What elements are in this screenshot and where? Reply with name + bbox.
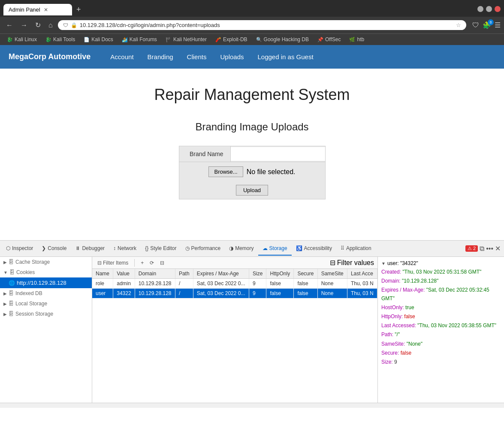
col-value: Value [113,269,135,279]
cookies-table: Name Value Domain Path Expires / Max-Age… [92,269,377,298]
detail-field: Domain: "10.129.28.128" [381,277,501,285]
sidebar-section-indexed-db[interactable]: ▶ 🗄 Indexed DB [0,288,92,298]
bookmark-exploit-db[interactable]: 🧨Exploit-DB [212,36,251,43]
tab-performance[interactable]: ◷ Performance [181,242,225,256]
upload-button[interactable]: Upload [236,185,268,196]
new-tab-button[interactable]: + [72,3,85,17]
tab-memory[interactable]: ◑ Memory [225,242,258,256]
page-title: Repair Management System [9,86,495,104]
browse-button[interactable]: Browse... [208,166,243,177]
bookmark-star-icon[interactable]: ☆ [456,22,461,28]
cache-storage-chevron: ▶ [3,260,7,265]
minimize-button[interactable] [477,6,483,12]
tab-style-editor[interactable]: {} Style Editor [141,242,181,256]
dt-detail: ▼ user: "34322" Created: "Thu, 03 Nov 20… [377,257,504,403]
nav-bar: ← → ↻ ⌂ 🛡 🔒 10.129.28.128/cdn-cgi/login/… [0,17,504,33]
network-icon: ↕ [113,245,116,251]
bookmark-kali-nethunter[interactable]: 🏴Kali NetHunter [162,36,210,43]
memory-icon: ◑ [229,245,233,251]
tab-storage[interactable]: ☁ Storage [258,242,292,256]
table-row[interactable]: roleadmin10.129.28.128/Sat, 03 Dec 2022 … [92,279,377,289]
tab-close-button[interactable]: ✕ [44,7,48,13]
main-content: Repair Management System Branding Image … [0,69,504,240]
tab-inspector[interactable]: ⬡ Inspector [2,242,37,256]
cookies-icon: 🗄 [9,269,15,275]
delete-button[interactable]: ⊟ [158,259,166,267]
upload-form: Brand Name Browse... No file selected. U… [179,146,326,199]
devtools-close-button[interactable]: ✕ [495,244,501,253]
detail-field: Last Accessed: "Thu, 03 Nov 2022 05:38:5… [381,322,501,330]
sidebar-item-http-host[interactable]: 🌐 http://10.129.28.128 [0,277,92,288]
col-name: Name [92,269,113,279]
table-row[interactable]: user3432210.129.28.128/Sat, 03 Dec 2022 … [92,289,377,298]
devtools-tabs: ⬡ Inspector ❯ Console ⏸ Debugger ↕ Netwo… [0,241,504,257]
lock-icon: 🔒 [71,22,77,28]
refresh-button[interactable]: ⟳ [148,259,156,267]
bookmark-kali-docs[interactable]: 📄Kali Docs [80,36,117,43]
address-bar[interactable]: 🛡 🔒 10.129.28.128/cdn-cgi/login/admin.ph… [58,20,466,30]
brand-name-row: Brand Name [179,146,325,162]
shield-ext-icon[interactable]: 🛡 [472,21,479,29]
detail-field: HttpOnly: false [381,313,501,321]
maximize-button[interactable] [486,6,492,12]
app-brand[interactable]: MegaCorp Automotive [9,52,91,61]
filter-icon-button[interactable]: ⊟ Filter Items [96,259,130,267]
bookmark-offsec[interactable]: 📌OffSec [314,36,344,43]
tab-network[interactable]: ↕ Network [109,242,141,256]
forward-button[interactable]: → [18,20,30,31]
tab-bar: Admin Panel ✕ + [0,0,504,17]
tab-console[interactable]: ❯ Console [37,242,71,256]
indexed-db-icon: 🗄 [9,290,14,296]
error-badge: ⚠ 2 [465,245,478,252]
table-header: Name Value Domain Path Expires / Max-Age… [92,269,377,279]
col-expires: Expires / Max-Age [193,269,249,279]
filter-icon: ⊟ [97,260,102,266]
bookmark-kali-tools[interactable]: 🐉Kali Tools [42,36,78,43]
nav-link-branding[interactable]: Branding [141,45,180,68]
bookmark-kali-linux[interactable]: 🐉Kali Linux [3,36,40,43]
bookmark-kali-forums[interactable]: 🏄Kali Forums [118,36,160,43]
sidebar-section-session-storage[interactable]: ▶ 🗄 Session Storage [0,309,92,319]
col-last-accessed: Last Acce [347,269,377,279]
col-secure: Secure [294,269,317,279]
add-cookie-button[interactable]: + [139,259,145,267]
nav-link-uploads[interactable]: Uploads [213,45,250,68]
nav-link-clients[interactable]: Clients [180,45,214,68]
close-button[interactable] [495,6,501,12]
devtools-more-button[interactable]: ••• [486,245,493,253]
detail-field: Size: 9 [381,358,501,366]
back-button[interactable]: ← [3,20,15,31]
tab-title: Admin Panel [9,6,40,13]
toolbar-separator [134,259,135,267]
upload-btn-row: Upload [179,181,325,199]
tab-debugger[interactable]: ⏸ Debugger [71,242,109,256]
session-storage-chevron: ▶ [3,312,7,316]
no-file-text: No file selected. [247,168,296,176]
col-httponly: HttpOnly [266,269,294,279]
indexed-db-chevron: ▶ [3,291,7,296]
browser-tab-active[interactable]: Admin Panel ✕ [3,4,72,15]
tab-application[interactable]: ⠿ Application [336,242,376,256]
sidebar-section-local-storage[interactable]: ▶ 🗄 Local Storage [0,298,92,309]
application-icon: ⠿ [341,245,344,251]
bookmark-htb[interactable]: 🌿htb [346,36,368,43]
extensions-button[interactable]: 🧩 8 [483,21,491,29]
sidebar-section-cache-storage[interactable]: ▶ 🗄 Cache Storage [0,257,92,267]
bookmarks-bar: 🐉Kali Linux 🐉Kali Tools 📄Kali Docs 🏄Kali… [0,33,504,45]
performance-icon: ◷ [185,245,190,251]
brand-name-input[interactable] [231,147,325,161]
dt-scrollbar[interactable] [0,403,504,408]
window-controls [477,6,501,14]
bookmark-google-hacking-db[interactable]: 🔍Google Hacking DB [253,36,312,43]
detail-section-header: ▼ user: "34322" [381,260,501,266]
sidebar-section-cookies[interactable]: ▼ 🗄 Cookies [0,267,92,277]
cookies-chevron: ▼ [3,270,8,275]
menu-button[interactable]: ☰ [495,21,501,29]
dt-main: ⊟ Filter Items + ⟳ ⊟ ⊟ Filter values Nam… [92,257,377,403]
reload-button[interactable]: ↻ [33,19,43,31]
devtools-dock-button[interactable]: ⧉ [480,245,484,253]
address-text: 10.129.28.128/cdn-cgi/login/admin.php?co… [80,22,453,28]
tab-accessibility[interactable]: ♿ Accessibility [292,242,336,256]
nav-link-account[interactable]: Account [103,45,140,68]
home-button[interactable]: ⌂ [46,20,55,31]
